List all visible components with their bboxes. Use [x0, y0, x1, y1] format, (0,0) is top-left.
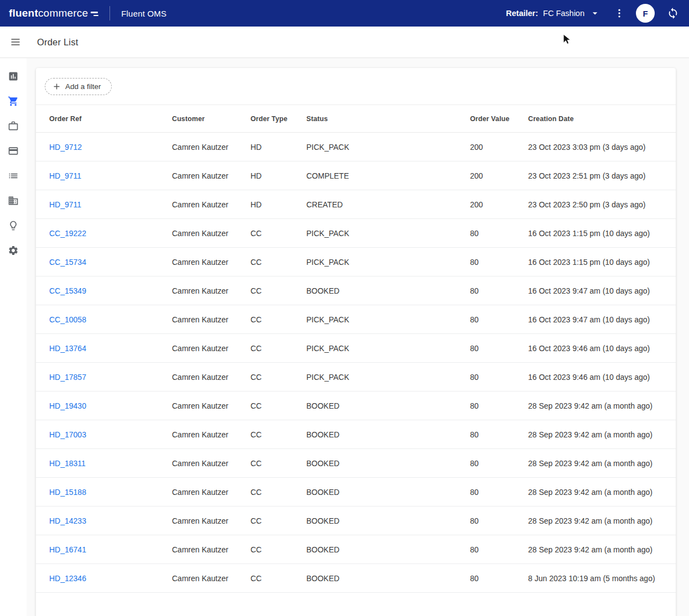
order-ref-cell: HD_13764: [36, 334, 172, 363]
creation-date-cell: 16 Oct 2023 9:47 am (10 days ago): [528, 305, 676, 334]
order-ref-cell: HD_19430: [36, 391, 172, 420]
sidebar-item-insights[interactable]: [0, 213, 27, 238]
table-row[interactable]: HD_9712 Camren Kautzer HD PICK_PACK 200 …: [36, 133, 676, 161]
order-type-cell: CC: [250, 276, 306, 305]
order-ref-link[interactable]: CC_19222: [49, 229, 86, 238]
creation-date-cell: 8 Jun 2023 10:19 am (5 months ago): [528, 564, 676, 593]
logo-text-commerce: commerce: [38, 7, 88, 19]
customer-cell: Camren Kautzer: [172, 190, 250, 219]
table-row[interactable]: HD_19430 Camren Kautzer CC BOOKED 80 28 …: [36, 391, 676, 420]
sidebar-item-orders[interactable]: [0, 88, 27, 113]
order-type-cell: CC: [250, 420, 306, 449]
order-type-cell: CC: [250, 478, 306, 507]
customer-cell: Camren Kautzer: [172, 133, 250, 161]
sidebar-item-fulfilment[interactable]: [0, 113, 27, 138]
order-ref-link[interactable]: CC_15734: [49, 258, 86, 267]
table-row[interactable]: HD_15188 Camren Kautzer CC BOOKED 80 28 …: [36, 478, 676, 507]
creation-date-cell: 16 Oct 2023 1:15 pm (10 days ago): [528, 248, 676, 276]
status-cell: BOOKED: [306, 478, 470, 507]
order-ref-cell: HD_16741: [36, 535, 172, 564]
retailer-selector[interactable]: Retailer: FC Fashion: [506, 8, 601, 19]
order-ref-link[interactable]: HD_19430: [49, 401, 86, 410]
order-ref-link[interactable]: HD_9712: [49, 143, 82, 152]
creation-date-cell: 16 Oct 2023 9:46 am (10 days ago): [528, 334, 676, 363]
order-ref-link[interactable]: HD_9711: [49, 171, 81, 180]
table-row[interactable]: HD_12346 Camren Kautzer CC BOOKED 80 8 J…: [36, 564, 676, 593]
table-row[interactable]: CC_10058 Camren Kautzer CC PICK_PACK 80 …: [36, 305, 676, 334]
order-ref-link[interactable]: HD_17857: [49, 373, 86, 382]
refresh-button[interactable]: [667, 7, 679, 19]
order-list-card: Add a filter Order Ref Customer Order Ty…: [36, 68, 676, 616]
order-ref-link[interactable]: HD_14233: [49, 516, 86, 525]
order-ref-cell: HD_17857: [36, 363, 172, 391]
building-icon: [8, 195, 19, 206]
more-options-button[interactable]: [614, 8, 625, 19]
main-content: Add a filter Order Ref Customer Order Ty…: [27, 58, 689, 616]
table-row[interactable]: CC_19222 Camren Kautzer CC PICK_PACK 80 …: [36, 219, 676, 248]
table-row[interactable]: HD_9711 Camren Kautzer HD CREATED 200 23…: [36, 190, 676, 219]
order-ref-link[interactable]: CC_10058: [49, 315, 86, 324]
avatar-initial: F: [643, 9, 648, 18]
order-ref-link[interactable]: HD_15188: [49, 488, 86, 497]
order-ref-cell: HD_9712: [36, 133, 172, 161]
table-row-partial[interactable]: [36, 593, 676, 616]
table-header-row: Order Ref Customer Order Type Status Ord…: [36, 105, 676, 133]
order-value-cell: 80: [470, 507, 528, 535]
order-ref-link[interactable]: HD_9711: [49, 200, 81, 209]
status-cell: BOOKED: [306, 420, 470, 449]
sidebar-item-settings[interactable]: [0, 238, 27, 263]
order-ref-cell: HD_15188: [36, 478, 172, 507]
sidebar-item-analytics[interactable]: [0, 64, 27, 88]
orders-table: Order Ref Customer Order Type Status Ord…: [36, 105, 676, 616]
retailer-value: FC Fashion: [543, 9, 584, 18]
status-cell: BOOKED: [306, 391, 470, 420]
customer-cell: Camren Kautzer: [172, 564, 250, 593]
creation-date-cell: 28 Sep 2023 9:42 am (a month ago): [528, 420, 676, 449]
table-row[interactable]: CC_15349 Camren Kautzer CC BOOKED 80 16 …: [36, 276, 676, 305]
status-cell: PICK_PACK: [306, 133, 470, 161]
sidebar-item-locations[interactable]: [0, 188, 27, 213]
customer-cell: Camren Kautzer: [172, 248, 250, 276]
status-cell: PICK_PACK: [306, 334, 470, 363]
sidebar-item-inventory[interactable]: [0, 163, 27, 188]
order-ref-link[interactable]: HD_12346: [49, 574, 86, 583]
sidebar-item-payments[interactable]: [0, 138, 27, 163]
table-row[interactable]: HD_16741 Camren Kautzer CC BOOKED 80 28 …: [36, 535, 676, 564]
topbar-divider: [109, 6, 110, 20]
order-ref-link[interactable]: HD_18311: [49, 459, 86, 468]
list-icon: [8, 170, 19, 181]
order-value-cell: 200: [470, 161, 528, 190]
order-ref-cell: CC_10058: [36, 305, 172, 334]
status-cell: BOOKED: [306, 564, 470, 593]
creation-date-cell: 28 Sep 2023 9:42 am (a month ago): [528, 391, 676, 420]
order-type-cell: CC: [250, 363, 306, 391]
menu-button[interactable]: [10, 36, 21, 48]
order-value-cell: 200: [470, 133, 528, 161]
filter-bar: Add a filter: [36, 68, 676, 105]
order-type-cell: HD: [250, 133, 306, 161]
status-cell: BOOKED: [306, 535, 470, 564]
table-row[interactable]: HD_17003 Camren Kautzer CC BOOKED 80 28 …: [36, 420, 676, 449]
order-value-cell: 80: [470, 276, 528, 305]
table-row[interactable]: CC_15734 Camren Kautzer CC PICK_PACK 80 …: [36, 248, 676, 276]
logo-mark-icon: [91, 12, 98, 16]
order-ref-link[interactable]: HD_16741: [49, 545, 86, 554]
table-row[interactable]: HD_13764 Camren Kautzer CC PICK_PACK 80 …: [36, 334, 676, 363]
customer-cell: Camren Kautzer: [172, 305, 250, 334]
order-ref-link[interactable]: CC_15349: [49, 286, 86, 295]
creation-date-cell: 16 Oct 2023 9:47 am (10 days ago): [528, 276, 676, 305]
table-row[interactable]: HD_9711 Camren Kautzer HD COMPLETE 200 2…: [36, 161, 676, 190]
column-header-customer: Customer: [172, 105, 250, 133]
sidebar: [0, 58, 27, 616]
order-ref-link[interactable]: HD_17003: [49, 430, 86, 439]
avatar[interactable]: F: [636, 4, 655, 23]
table-row[interactable]: HD_17857 Camren Kautzer CC PICK_PACK 80 …: [36, 363, 676, 391]
table-row[interactable]: HD_14233 Camren Kautzer CC BOOKED 80 28 …: [36, 507, 676, 535]
add-filter-button[interactable]: Add a filter: [45, 78, 112, 95]
order-ref-link[interactable]: HD_13764: [49, 344, 86, 353]
order-type-cell: CC: [250, 219, 306, 248]
order-type-cell: CC: [250, 564, 306, 593]
creation-date-cell: 28 Sep 2023 9:42 am (a month ago): [528, 449, 676, 478]
column-header-order-value: Order Value: [470, 105, 528, 133]
table-row[interactable]: HD_18311 Camren Kautzer CC BOOKED 80 28 …: [36, 449, 676, 478]
